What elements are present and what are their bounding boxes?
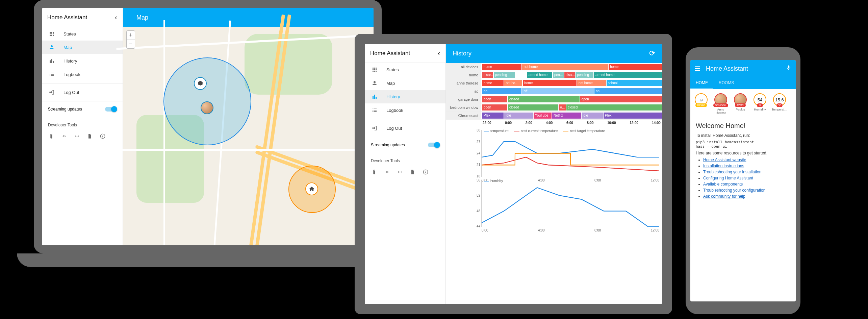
svg-rect-5: [102, 135, 103, 135]
resource-link[interactable]: Installation instructions: [703, 164, 744, 168]
history-segment: school: [607, 80, 662, 86]
svg-point-2: [77, 136, 78, 137]
time-tick: 8:00: [587, 121, 593, 127]
state-chip[interactable]: SCHOOLAnne Therese: [713, 93, 729, 115]
tablet-frame: Home Assistant ‹ StatesMapHistoryLogbook…: [355, 34, 672, 314]
time-tick: 0:00: [505, 121, 512, 127]
sidebar-item-states[interactable]: States: [365, 63, 445, 76]
app-name: Home Assistant: [706, 65, 780, 72]
devtools-label: Developer Tools: [365, 155, 445, 165]
sidebar-item-label: States: [63, 31, 76, 36]
sidebar-item-log-out[interactable]: Log Out: [42, 85, 123, 99]
history-segment: on: [594, 88, 662, 94]
sidebar-item-label: History: [63, 58, 77, 64]
resource-link[interactable]: Available components: [703, 182, 743, 187]
sidebar-item-label: Log Out: [63, 90, 79, 95]
map-pin-home-icon[interactable]: [305, 182, 318, 195]
refresh-icon[interactable]: ⟳: [649, 49, 655, 58]
history-segment: not home: [577, 80, 606, 86]
devtools-label: Developer Tools: [42, 119, 123, 129]
remote-icon[interactable]: [371, 169, 378, 175]
history-segment: armed home: [527, 72, 552, 78]
chevron-left-icon[interactable]: ‹: [438, 49, 440, 57]
history-segment: not home: [522, 64, 608, 70]
map-canvas[interactable]: + −: [123, 27, 374, 245]
history-segment: open: [482, 96, 507, 102]
menu-icon[interactable]: ☰: [694, 65, 700, 73]
streaming-toggle[interactable]: [428, 143, 439, 147]
sidebar-item-states[interactable]: States: [42, 27, 123, 41]
map-pin-package-icon[interactable]: [194, 77, 207, 90]
time-tick: 6:00: [566, 121, 573, 127]
history-row-bar[interactable]: PlexidleYouTubeNetflixidlePlex: [481, 112, 662, 119]
info-icon[interactable]: [422, 169, 429, 175]
time-tick: 4:00: [546, 121, 553, 127]
history-row-bar[interactable]: onoffon: [481, 87, 662, 95]
radio-tower-icon[interactable]: [397, 169, 403, 175]
sidebar-item-logbook[interactable]: Logbook: [42, 68, 123, 81]
sidebar-item-history[interactable]: History: [42, 54, 123, 68]
info-icon[interactable]: [99, 133, 106, 140]
chip-label: Humidity: [754, 108, 766, 111]
page-title: History: [453, 50, 471, 57]
file-icon[interactable]: [409, 169, 416, 175]
state-chip[interactable]: AWAYPaulus: [732, 93, 748, 115]
sidebar-item-map[interactable]: Map: [42, 41, 123, 54]
history-row-bar[interactable]: homenot homehome: [481, 63, 662, 71]
sidebar-item-label: States: [386, 67, 399, 72]
state-chip[interactable]: ☺DEMO: [693, 93, 709, 115]
zoom-out-button[interactable]: −: [127, 40, 135, 48]
resource-link[interactable]: Home Assistant website: [703, 157, 746, 162]
chip-label: Anne Therese: [713, 108, 729, 115]
zoom-in-button[interactable]: +: [127, 31, 135, 40]
mic-icon[interactable]: [786, 65, 792, 73]
resource-link-item: Available components: [703, 182, 790, 187]
state-chip[interactable]: 15.6°CTemperat…: [771, 93, 788, 115]
tab-home[interactable]: HOME: [690, 77, 713, 89]
radio-tower-icon[interactable]: [74, 133, 80, 140]
state-chip[interactable]: 54%Humidity: [752, 93, 768, 115]
sidebar-item-map[interactable]: Map: [365, 76, 445, 90]
list-icon: [48, 71, 55, 78]
remote-icon[interactable]: [48, 133, 55, 140]
laptop-frame: Home Assistant ‹ StatesMapHistoryLogbook…: [34, 0, 382, 253]
streaming-toggle[interactable]: [105, 107, 117, 112]
code-icon[interactable]: [384, 169, 390, 175]
map-pin-user-avatar[interactable]: [201, 101, 213, 114]
welcome-title: Welcome Home!: [696, 122, 790, 130]
streaming-toggle-row: Streaming updates: [42, 103, 123, 115]
history-segment: Plex: [604, 113, 662, 119]
chevron-left-icon[interactable]: ‹: [115, 14, 117, 21]
sidebar-item-label: Map: [63, 45, 72, 50]
resource-link[interactable]: Configuring Home Assistant: [703, 176, 753, 180]
sidebar-item-label: History: [386, 94, 400, 99]
sidebar-item-label: Logbook: [386, 108, 403, 113]
history-segment: o…: [559, 104, 566, 111]
resource-link[interactable]: Troubleshooting your installation: [703, 170, 761, 174]
history-segment: idle: [582, 113, 603, 119]
tab-rooms[interactable]: ROOMS: [713, 77, 739, 89]
resource-link-item: Troubleshooting your configuration: [703, 188, 790, 193]
history-row-bar[interactable]: openclosedo…closed: [481, 103, 662, 111]
app-name: Home Assistant: [370, 50, 410, 57]
history-segment: Plex: [482, 113, 504, 119]
code-icon[interactable]: [61, 133, 68, 140]
history-row: all deviceshomenot homehome: [446, 63, 662, 71]
svg-rect-11: [425, 171, 426, 171]
history-segment: home: [482, 80, 504, 86]
sidebar-item-label: Logbook: [63, 72, 80, 77]
sidebar-item-log-out[interactable]: Log Out: [365, 121, 445, 135]
sidebar-item-history[interactable]: History: [365, 90, 445, 103]
file-icon[interactable]: [86, 133, 93, 140]
history-row-label: all devices: [446, 63, 481, 71]
sidebar-item-logbook[interactable]: Logbook: [365, 103, 445, 117]
phone-screen: ☰ Home Assistant HOMEROOMS ☺DEMOSCHOOLAn…: [690, 60, 796, 301]
history-row-bar[interactable]: homenot ho…homenot homeschool: [481, 79, 662, 87]
time-tick: 12:00: [630, 121, 638, 127]
history-row-bar[interactable]: disar…pendingarmed homepen…disa…pendinga…: [481, 71, 662, 79]
time-tick: 22:00: [483, 121, 491, 127]
resource-link[interactable]: Troubleshooting your configuration: [703, 188, 765, 193]
history-row-bar[interactable]: openclosedopen: [481, 95, 662, 103]
svg-point-1: [51, 134, 52, 135]
resource-link[interactable]: Ask community for help: [703, 194, 745, 199]
